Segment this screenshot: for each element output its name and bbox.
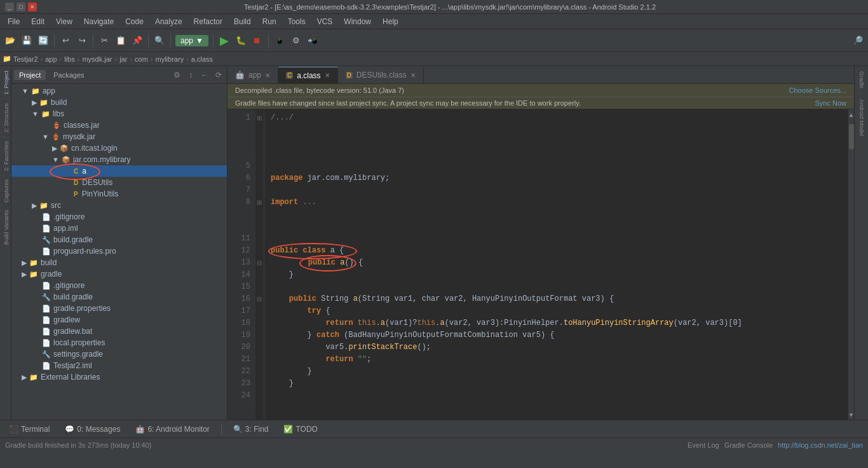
debug-button[interactable]: 🐛 — [233, 33, 248, 48]
toolbar-copy-btn[interactable]: 📋 — [113, 33, 128, 48]
todo-tab[interactable]: ✅ TODO — [280, 423, 321, 435]
scroll-down-btn[interactable]: ▼ — [848, 410, 854, 420]
event-log-link[interactable]: Event Log — [688, 441, 719, 449]
close-button[interactable]: ✕ — [28, 3, 37, 11]
tree-item-external-libraries[interactable]: ▶ 📁 External Libraries — [11, 371, 227, 383]
toolbar-sync-btn[interactable]: 🔄 — [36, 33, 51, 48]
toolbar-sdk-btn[interactable]: ⚙ — [288, 33, 304, 48]
gradle-tool-window[interactable]: Gradle — [857, 66, 867, 94]
captures-tool-window[interactable]: Captures — [0, 175, 11, 207]
toolbar-open-btn[interactable]: 📂 — [3, 33, 18, 48]
tree-item-mysdk-jar[interactable]: ▼ 🏺 mysdk.jar — [11, 131, 227, 142]
close-icon[interactable]: ✕ — [265, 72, 270, 79]
menu-build[interactable]: Build — [229, 16, 256, 27]
tree-item-desutils[interactable]: D DESUtils — [11, 177, 227, 188]
tree-item-local-properties[interactable]: 📄 local.properties — [11, 337, 227, 348]
menu-view[interactable]: View — [51, 16, 78, 27]
fold-marker-16[interactable]: ⊟ — [257, 293, 262, 305]
proj-sort-btn[interactable]: ↕ — [185, 69, 196, 81]
minimize-button[interactable]: _ — [5, 3, 14, 11]
menu-vcs[interactable]: VCS — [312, 16, 338, 27]
favorites-tool-window[interactable]: 2: Favorites — [0, 137, 11, 175]
toolbar-paste-btn[interactable]: 📌 — [130, 33, 145, 48]
nav-mylibrary[interactable]: mylibrary — [156, 55, 184, 63]
tab-desutils[interactable]: D DESUtils.class ✕ — [338, 67, 424, 83]
android-model-tool-window[interactable]: Android Model — [857, 94, 867, 141]
fold-marker-1[interactable]: ⊞ — [257, 112, 262, 124]
project-tab[interactable]: Project — [14, 70, 46, 80]
menu-refactor[interactable]: Refactor — [189, 16, 227, 27]
nav-libs[interactable]: libs — [64, 55, 75, 63]
tree-item-app[interactable]: ▼ 📁 app — [11, 85, 227, 97]
menu-navigate[interactable]: Navigate — [79, 16, 119, 27]
toolbar-undo-btn[interactable]: ↩ — [58, 33, 73, 48]
tree-item-app-iml[interactable]: 📄 app.iml — [11, 223, 227, 234]
proj-settings-btn[interactable]: ⚙ — [171, 69, 182, 81]
run-button[interactable]: ▶ — [217, 33, 232, 48]
proj-refresh-btn[interactable]: ⟳ — [213, 69, 224, 81]
find-tab[interactable]: 🔍 3: Find — [229, 423, 273, 435]
fold-marker-13[interactable]: ⊟ — [257, 257, 262, 269]
menu-help[interactable]: Help — [377, 16, 403, 27]
vertical-scrollbar[interactable]: ▲ ▼ — [848, 109, 854, 420]
tree-item-pinyinutils[interactable]: P PinYinUtils — [11, 188, 227, 200]
stop-button[interactable]: ⏹ — [250, 33, 265, 48]
tree-item-a-class[interactable]: C a — [11, 165, 227, 177]
nav-app[interactable]: app — [45, 55, 57, 63]
tree-item-build-gradle-app[interactable]: 🔧 build.gradle — [11, 234, 227, 245]
choose-sources-link[interactable]: Choose Sources... — [789, 86, 847, 94]
tree-item-testjar2-iml[interactable]: 📄 Testjar2.iml — [11, 360, 227, 371]
tree-item-src[interactable]: ▶ 📁 src — [11, 200, 227, 211]
build-variants-tool-window[interactable]: Build Variants — [0, 206, 11, 249]
toolbar-app-selector[interactable]: app ▼ — [175, 35, 208, 46]
menu-file[interactable]: File — [3, 16, 25, 27]
code-text[interactable]: /.../ package jar.com.mylibrary; — [264, 109, 854, 420]
packages-tab[interactable]: Packages — [48, 70, 89, 80]
nav-mysdk[interactable]: mysdk.jar — [82, 55, 112, 63]
window-controls[interactable]: _ □ ✕ — [5, 3, 37, 11]
tree-item-gradlew[interactable]: 📄 gradlew — [11, 314, 227, 326]
fold-marker-8[interactable]: ⊞ — [257, 196, 262, 209]
nav-com[interactable]: com — [135, 55, 148, 63]
toolbar-search-btn[interactable]: 🔍 — [152, 33, 167, 48]
menu-tools[interactable]: Tools — [283, 16, 311, 27]
tree-item-proguard[interactable]: 📄 proguard-rules.pro — [11, 245, 227, 257]
menu-edit[interactable]: Edit — [26, 16, 50, 27]
scroll-thumb[interactable] — [849, 124, 854, 149]
tree-item-build[interactable]: ▶ 📁 build — [11, 97, 227, 108]
tree-item-gradlew-bat[interactable]: 📄 gradlew.bat — [11, 326, 227, 337]
sync-now-link[interactable]: Sync Now — [815, 99, 846, 107]
tree-item-gradle-properties[interactable]: 📄 gradle.properties — [11, 303, 227, 314]
tree-item-build-root[interactable]: ▶ 📁 build — [11, 257, 227, 268]
code-editor[interactable]: 1 5 6 7 8 11 12 13 14 15 16 17 — [227, 109, 854, 420]
tree-item-libs[interactable]: ▼ 📁 libs — [11, 108, 227, 120]
proj-collapse-btn[interactable]: ← — [199, 69, 210, 81]
tree-item-jar-com-mylibrary[interactable]: ▼ 📦 jar.com.mylibrary — [11, 154, 227, 165]
tree-item-classes-jar[interactable]: 🏺 classes.jar — [11, 120, 227, 131]
menu-code[interactable]: Code — [120, 16, 149, 27]
android-monitor-tab[interactable]: 🤖 6: Android Monitor — [132, 423, 213, 435]
toolbar-search-everywhere-btn[interactable]: 🔎 — [850, 33, 865, 48]
tree-item-settings-gradle[interactable]: 🔧 settings.gradle — [11, 348, 227, 360]
menu-analyze[interactable]: Analyze — [150, 16, 187, 27]
menu-window[interactable]: Window — [339, 16, 376, 27]
nav-aclass[interactable]: a.class — [191, 55, 213, 63]
close-icon[interactable]: ✕ — [325, 72, 330, 79]
tab-a-class[interactable]: C a.class ✕ — [278, 67, 338, 83]
toolbar-cut-btn[interactable]: ✂ — [97, 33, 112, 48]
nav-testjar2[interactable]: 📁 Testjar2 — [3, 55, 38, 63]
maximize-button[interactable]: □ — [17, 3, 25, 11]
tree-item-gradle[interactable]: ▶ 📁 gradle — [11, 268, 227, 280]
toolbar-device-btn[interactable]: 📱 — [272, 33, 287, 48]
terminal-tab[interactable]: ⬛ Terminal — [5, 423, 53, 435]
gradle-console-link[interactable]: Gradle Console — [724, 441, 773, 449]
scroll-up-btn[interactable]: ▲ — [848, 109, 854, 120]
messages-tab[interactable]: 💬 0: Messages — [61, 423, 124, 435]
tree-item-gitignore-root[interactable]: 📄 .gitignore — [11, 280, 227, 291]
toolbar-save-btn[interactable]: 💾 — [19, 33, 34, 48]
nav-jar[interactable]: jar — [119, 55, 127, 63]
tree-item-build-gradle-root[interactable]: 🔧 build.gradle — [11, 291, 227, 303]
toolbar-redo-btn[interactable]: ↪ — [74, 33, 90, 48]
close-icon[interactable]: ✕ — [410, 72, 416, 79]
tree-item-cn-itcast-login[interactable]: ▶ 📦 cn.itcast.login — [11, 142, 227, 154]
